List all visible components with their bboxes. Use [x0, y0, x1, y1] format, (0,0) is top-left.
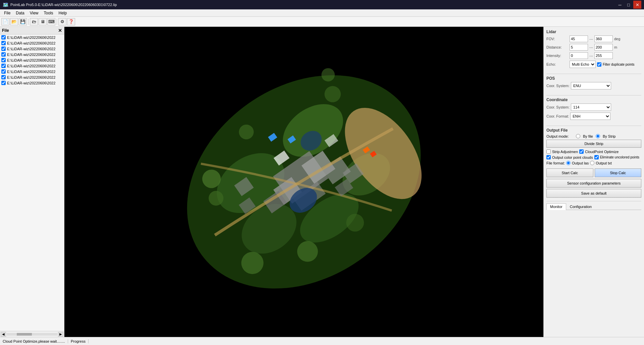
file-checkbox-4[interactable] [1, 58, 6, 62]
file-panel-close[interactable]: ✕ [58, 28, 62, 33]
start-calc-button[interactable]: Start Calc [546, 168, 593, 177]
intensity-max-input[interactable] [594, 52, 613, 59]
coord-format-select[interactable]: ENH NEH XYZ [570, 113, 610, 120]
output-mode-row: Output mode: By file By Strip [546, 134, 641, 138]
list-item[interactable]: E:\LiDAR-wiz\20220606\2022 [0, 57, 64, 63]
cloudpoint-optimize-checkbox[interactable] [579, 149, 584, 154]
toolbar-new[interactable]: 📄 [1, 18, 9, 25]
menu-data[interactable]: Data [13, 10, 27, 16]
list-item[interactable]: E:\LiDAR-wiz\20220606\2022 [0, 80, 64, 86]
menu-file[interactable]: File [1, 10, 13, 16]
file-checkbox-3[interactable] [1, 52, 6, 57]
pos-section: POS Coor. System: ENU NED NED-R [546, 76, 641, 91]
strip-adjustment-label: Strip Adjustmen [552, 150, 578, 154]
status-cloud-point: Cloud Point Optimize,please wait........ [3, 339, 68, 343]
pos-coor-label: Coor. System: [546, 84, 570, 88]
file-checkbox-2[interactable] [1, 47, 6, 51]
save-default-button[interactable]: Save as default [546, 189, 641, 198]
eliminate-uncolored-checkbox[interactable] [594, 155, 599, 159]
coord-format-row: Coor. Format: ENH NEH XYZ [546, 113, 641, 120]
list-item[interactable]: E:\LiDAR-wiz\20220606\2022 [0, 46, 64, 52]
status-progress: Progress [71, 339, 89, 343]
toolbar-open[interactable]: 📂 [10, 18, 18, 25]
menu-help[interactable]: Help [56, 10, 70, 16]
coordinate-section: Coordinate Coor. System: 114 113 115 Coo… [546, 97, 641, 122]
scroll-right[interactable]: ▶ [58, 332, 63, 337]
file-panel-title: File [2, 28, 9, 33]
minimize-button[interactable]: ─ [616, 1, 624, 9]
eliminate-uncolored-label: Eliminate uncolored points [600, 155, 639, 159]
statusbar: Cloud Point Optimize,please wait........… [0, 337, 644, 345]
file-checkbox-0[interactable] [1, 35, 6, 40]
distance-sep: --- [589, 45, 593, 49]
list-item[interactable]: E:\LiDAR-wiz\20220606\2022 [0, 40, 64, 46]
list-item[interactable]: E:\LiDAR-wiz\20220606\2022 [0, 74, 64, 80]
panel-tabs: Monitor Configuration [546, 203, 641, 210]
horizontal-scrollbar[interactable]: ◀ ▶ [0, 331, 64, 337]
toolbar-keyboard[interactable]: ⌨ [47, 18, 55, 25]
close-button[interactable]: ✕ [633, 1, 641, 9]
toolbar-folder[interactable]: 🗁 [30, 18, 38, 25]
output-las-radio[interactable] [566, 161, 571, 165]
sensor-config-button[interactable]: Sensor configuration parameters [546, 179, 641, 188]
list-item[interactable]: E:\LiDAR-wiz\20220606\2022 [0, 52, 64, 57]
file-checkbox-8[interactable] [1, 81, 6, 85]
fov-sep: --- [589, 37, 593, 41]
fov-max-input[interactable] [594, 36, 613, 42]
viewport [64, 27, 543, 337]
output-by-strip-radio[interactable] [596, 134, 600, 138]
maximize-button[interactable]: □ [625, 1, 633, 9]
coord-coor-select[interactable]: 114 113 115 [571, 104, 611, 111]
fov-min-input[interactable] [570, 36, 588, 42]
scroll-track[interactable] [7, 333, 57, 336]
right-panel: Lidar FOV: --- deg Distance: --- m Inten… [543, 27, 644, 337]
menu-tools[interactable]: Tools [41, 10, 56, 16]
filter-duplicate-label: Filter duplicate points [603, 63, 635, 66]
toolbar-help[interactable]: ❓ [67, 18, 75, 25]
divider-1 [546, 74, 641, 74]
strip-adjustment-checkbox[interactable] [546, 149, 551, 154]
toolbar: 📄 📂 💾 🗁 🖥 ⌨ ⚙ ❓ [0, 17, 644, 27]
divide-strip-button[interactable]: Divide Strip [546, 140, 641, 148]
menu-view[interactable]: View [27, 10, 41, 16]
main-layout: File ✕ E:\LiDAR-wiz\20220606\2022 E:\LiD… [0, 27, 644, 337]
titlebar-left: 🗺️ PointLab Pro5.0-E:\LiDAR-wiz\20220606… [3, 2, 117, 7]
divider-3 [546, 126, 641, 126]
scroll-left[interactable]: ◀ [1, 332, 6, 337]
pos-coor-select[interactable]: ENU NED NED-R [571, 82, 611, 89]
stop-calc-button[interactable]: Stop Calc [595, 168, 642, 177]
toolbar-save[interactable]: 💾 [19, 18, 27, 25]
filter-duplicate-checkbox[interactable] [597, 62, 601, 67]
file-checkbox-6[interactable] [1, 69, 6, 74]
distance-label: Distance: [546, 45, 568, 49]
toolbar-monitor[interactable]: 🖥 [39, 18, 47, 25]
list-item[interactable]: E:\LiDAR-wiz\20220606\2022 [0, 34, 64, 40]
file-checkbox-7[interactable] [1, 75, 6, 79]
echo-select[interactable]: Multi Echo First Echo Last Echo [570, 61, 596, 68]
file-panel-header: File ✕ [0, 27, 64, 34]
output-txt-radio[interactable] [590, 161, 594, 165]
output-by-file-radio[interactable] [576, 134, 580, 138]
file-list: E:\LiDAR-wiz\20220606\2022 E:\LiDAR-wiz\… [0, 34, 64, 331]
file-checkbox-5[interactable] [1, 64, 6, 68]
output-txt-label: Output txt [596, 161, 612, 165]
tab-monitor[interactable]: Monitor [546, 203, 566, 210]
tab-configuration[interactable]: Configuration [566, 203, 595, 210]
toolbar-settings[interactable]: ⚙ [58, 18, 66, 25]
distance-min-input[interactable] [570, 44, 588, 51]
distance-max-input[interactable] [594, 44, 613, 51]
scroll-thumb[interactable] [17, 333, 32, 336]
output-color-checkbox[interactable] [546, 155, 551, 159]
coord-format-label: Coor. Format: [546, 114, 569, 118]
menubar: File Data View Tools Help [0, 9, 644, 17]
coord-coor-label: Coor. System: [546, 105, 570, 109]
intensity-row: Intensity: --- [546, 52, 641, 59]
by-strip-label: By Strip [603, 134, 616, 138]
coord-coor-row: Coor. System: 114 113 115 [546, 104, 641, 111]
file-panel: File ✕ E:\LiDAR-wiz\20220606\2022 E:\LiD… [0, 27, 64, 337]
file-checkbox-1[interactable] [1, 41, 6, 45]
list-item[interactable]: E:\LiDAR-wiz\20220606\2022 [0, 69, 64, 74]
output-file-section: Output File Output mode: By file By Stri… [546, 128, 641, 166]
intensity-min-input[interactable] [570, 52, 588, 59]
list-item[interactable]: E:\LiDAR-wiz\20220606\2022 [0, 63, 64, 69]
